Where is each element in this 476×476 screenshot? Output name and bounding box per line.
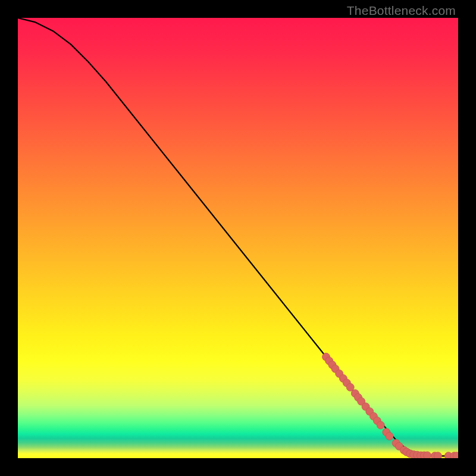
marker-group <box>322 353 459 458</box>
data-marker <box>424 452 431 458</box>
plot-area <box>18 18 458 458</box>
chart-stage: TheBottleneck.com <box>0 0 476 476</box>
data-marker <box>377 421 384 429</box>
data-marker <box>386 433 393 440</box>
bottleneck-curve <box>18 18 458 456</box>
data-marker <box>434 452 441 458</box>
chart-overlay-svg <box>18 18 458 458</box>
watermark-text: TheBottleneck.com <box>347 4 456 18</box>
